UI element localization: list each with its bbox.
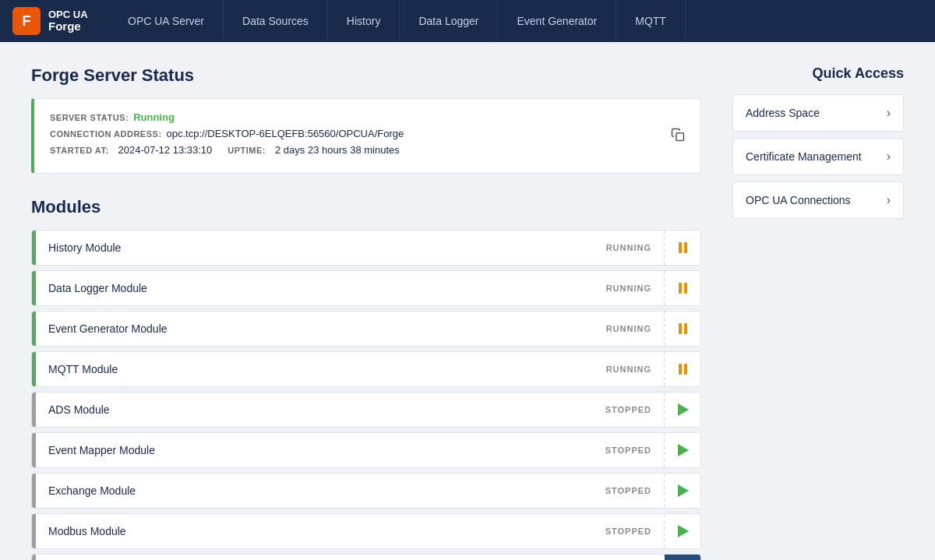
main-nav: OPC UA Server Data Sources History Data … bbox=[109, 0, 935, 42]
pause-button[interactable] bbox=[665, 230, 700, 266]
tab-opc-ua-server[interactable]: OPC UA Server bbox=[109, 0, 224, 42]
quick-access-label: Certificate Management bbox=[746, 150, 862, 163]
connection-value: opc.tcp://DESKTOP-6ELQEFB:56560/OPCUA/Fo… bbox=[167, 128, 404, 139]
started-label: STARTED AT: bbox=[50, 146, 109, 155]
quick-access-list: Address Space›Certificate Management›OPC… bbox=[732, 94, 904, 219]
module-item: Modbus ModuleSTOPPED bbox=[31, 513, 701, 549]
tab-data-sources[interactable]: Data Sources bbox=[224, 0, 328, 42]
module-status: RUNNING bbox=[594, 284, 664, 293]
module-item: Event Mapper ModuleSTOPPED bbox=[31, 432, 701, 468]
module-status: STOPPED bbox=[593, 446, 664, 455]
server-status-title: Forge Server Status bbox=[31, 65, 701, 86]
pause-icon bbox=[679, 242, 687, 253]
logo-text: OPC UA Forge bbox=[48, 9, 88, 33]
status-row-connection: CONNECTION ADDRESS: opc.tcp://DESKTOP-6E… bbox=[50, 128, 685, 139]
chevron-right-icon: › bbox=[887, 150, 891, 164]
play-icon bbox=[678, 444, 689, 456]
module-name: Data Logger Module bbox=[36, 282, 594, 294]
tab-history[interactable]: History bbox=[328, 0, 400, 42]
status-row-uptime: STARTED AT: 2024-07-12 13:33:10 UPTIME: … bbox=[50, 144, 685, 156]
tab-mqtt[interactable]: MQTT bbox=[616, 0, 686, 42]
module-status: RUNNING bbox=[594, 365, 664, 374]
forge-label: Forge bbox=[48, 20, 88, 33]
chevron-right-icon: › bbox=[887, 106, 891, 120]
module-status: RUNNING bbox=[594, 324, 664, 333]
module-status: RUNNING bbox=[594, 243, 664, 252]
pause-button[interactable] bbox=[665, 270, 700, 306]
play-button[interactable] bbox=[665, 513, 700, 549]
pause-icon bbox=[679, 283, 687, 294]
module-item: Event Generator ModuleRUNNING bbox=[31, 311, 701, 347]
status-row-status: SERVER STATUS: Running bbox=[50, 111, 685, 123]
modules-title: Modules bbox=[31, 197, 701, 217]
quick-access-title: Quick Access bbox=[732, 65, 904, 82]
module-status: STOPPED bbox=[593, 405, 664, 414]
tab-event-generator[interactable]: Event Generator bbox=[498, 0, 616, 42]
logo-area: F OPC UA Forge bbox=[0, 0, 109, 42]
module-item: OPC UA Publisher ModuleSTOPPEDStart Modu… bbox=[31, 554, 701, 560]
play-button[interactable] bbox=[665, 473, 700, 509]
main-content: Forge Server Status SERVER STATUS: Runni… bbox=[0, 42, 935, 560]
chevron-right-icon: › bbox=[887, 193, 891, 207]
play-button[interactable] bbox=[665, 392, 700, 428]
status-label: SERVER STATUS: bbox=[50, 113, 129, 122]
opc-label: OPC UA bbox=[48, 9, 88, 20]
module-name: History Module bbox=[36, 241, 594, 254]
quick-access-label: OPC UA Connections bbox=[746, 194, 851, 206]
svg-rect-0 bbox=[676, 132, 684, 140]
pause-button[interactable] bbox=[665, 351, 700, 387]
module-item: Exchange ModuleSTOPPED bbox=[31, 473, 701, 509]
quick-access-item[interactable]: Certificate Management› bbox=[732, 138, 904, 175]
module-item: ADS ModuleSTOPPED bbox=[31, 392, 701, 428]
module-name: Exchange Module bbox=[36, 484, 593, 497]
module-item: Data Logger ModuleRUNNING bbox=[31, 270, 701, 306]
started-value: 2024-07-12 13:33:10 bbox=[118, 144, 213, 156]
play-icon bbox=[678, 525, 689, 537]
modules-list: History ModuleRUNNINGData Logger ModuleR… bbox=[31, 230, 701, 560]
quick-access-item[interactable]: OPC UA Connections› bbox=[732, 181, 904, 219]
module-name: Event Mapper Module bbox=[36, 444, 593, 456]
play-icon bbox=[678, 484, 689, 497]
quick-access-item[interactable]: Address Space› bbox=[732, 94, 904, 132]
logo-icon: F bbox=[12, 7, 41, 35]
module-item: MQTT ModuleRUNNING bbox=[31, 351, 701, 387]
uptime-value: 2 days 23 hours 38 minutes bbox=[275, 144, 400, 156]
module-name: ADS Module bbox=[36, 403, 593, 416]
app-header: F OPC UA Forge OPC UA Server Data Source… bbox=[0, 0, 935, 42]
status-value: Running bbox=[133, 111, 175, 123]
module-name: Event Generator Module bbox=[36, 322, 594, 335]
module-name: MQTT Module bbox=[36, 363, 594, 375]
module-name: Modbus Module bbox=[36, 525, 593, 537]
play-icon bbox=[678, 403, 689, 416]
play-button[interactable] bbox=[665, 432, 700, 468]
connection-label: CONNECTION ADDRESS: bbox=[50, 129, 162, 139]
pause-button[interactable] bbox=[665, 311, 700, 347]
play-button[interactable]: Start Module bbox=[665, 554, 700, 560]
uptime-label: UPTIME: bbox=[228, 146, 266, 155]
right-panel: Quick Access Address Space›Certificate M… bbox=[732, 65, 904, 560]
module-item: History ModuleRUNNING bbox=[31, 230, 701, 266]
module-indicator bbox=[32, 555, 36, 560]
module-status: STOPPED bbox=[593, 527, 664, 536]
module-status: STOPPED bbox=[593, 486, 664, 495]
tab-data-logger[interactable]: Data Logger bbox=[400, 0, 498, 42]
copy-connection-button[interactable] bbox=[668, 125, 688, 148]
pause-icon bbox=[679, 323, 687, 334]
pause-icon bbox=[679, 364, 687, 375]
left-panel: Forge Server Status SERVER STATUS: Runni… bbox=[31, 65, 701, 560]
quick-access-label: Address Space bbox=[746, 107, 820, 119]
server-status-card: SERVER STATUS: Running CONNECTION ADDRES… bbox=[31, 98, 701, 174]
